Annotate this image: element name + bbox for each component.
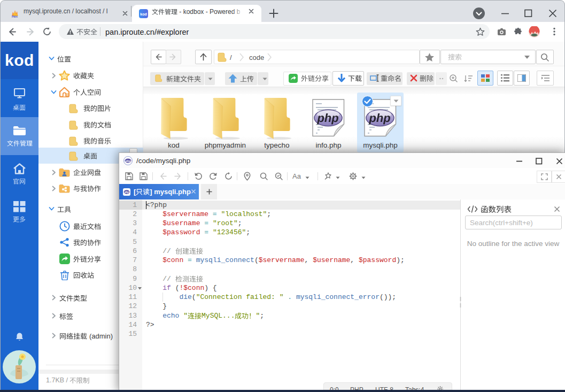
svg-text:php: php bbox=[125, 159, 131, 163]
svg-text:php: php bbox=[124, 191, 129, 194]
svg-text:kod: kod bbox=[140, 12, 146, 16]
svg-text:PMA: PMA bbox=[12, 15, 18, 18]
